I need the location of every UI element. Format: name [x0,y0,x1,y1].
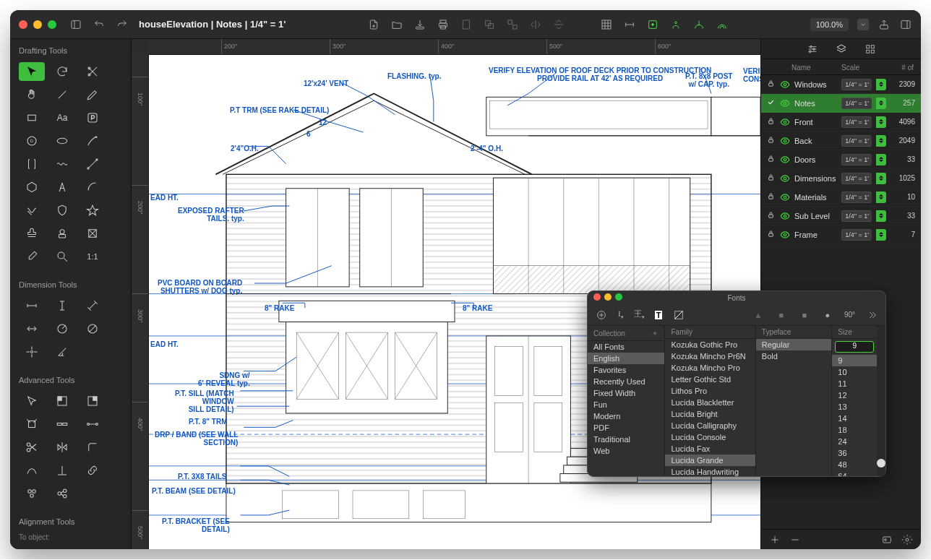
font-list-item[interactable]: Lucida Bright [665,408,755,420]
font-list-item[interactable]: Fixed Width [588,387,664,399]
fonts-close-button[interactable] [593,293,601,301]
layer-scale[interactable]: 1/4" = 1' [841,173,872,184]
snap-grid-icon[interactable] [669,18,682,31]
dim-angle-tool[interactable] [49,343,75,361]
scale-stepper[interactable] [876,191,886,203]
font-list-item[interactable]: PDF [588,422,664,434]
layer-scale[interactable]: 1/4" = 1' [841,79,872,90]
zoom-dropdown-icon[interactable] [857,19,869,30]
bracket-tool[interactable] [19,155,45,173]
grid-icon[interactable] [600,18,613,31]
font-list-item[interactable]: Favorites [588,364,664,376]
font-list-item[interactable]: Recently Used [588,376,664,387]
font-list-item[interactable]: 36 [832,447,877,459]
redo-icon[interactable] [116,18,129,31]
font-list-item[interactable]: Bold [756,350,831,362]
squiggle-tool[interactable] [19,201,45,220]
open-folder-icon[interactable] [390,18,403,31]
layer-row[interactable]: Materials1/4" = 1'10 [761,188,921,207]
minimize-window-button[interactable] [33,20,42,29]
layer-row[interactable]: Windows1/4" = 1'2309 [761,75,921,94]
tangent-tool[interactable] [19,461,45,480]
flip-v-icon[interactable] [552,18,565,31]
layer-row[interactable]: Notes1/4" = 1'257 [761,94,921,113]
align-center-tool[interactable] [49,546,75,549]
corner-tool[interactable] [80,438,106,457]
zoom-level[interactable]: 100.0% [810,18,849,31]
shadow-a-icon[interactable]: ▲ [752,309,765,322]
layer-preview-icon[interactable] [880,533,893,546]
align-left-tool[interactable] [19,546,45,549]
layer-scale[interactable]: 1/4" = 1' [841,191,872,203]
hand-tool[interactable] [19,85,45,104]
share-icon[interactable] [878,18,891,31]
pointer-tool[interactable] [19,392,45,410]
lock-icon[interactable] [767,79,776,89]
font-size-slider[interactable] [877,326,885,476]
select-tool[interactable] [19,62,45,81]
lock-icon[interactable] [767,136,776,145]
scale-stepper[interactable] [876,210,886,222]
scale-stepper[interactable] [876,79,886,90]
wave-tool[interactable] [49,155,75,173]
font-list-item[interactable]: Lucida Fax [665,443,755,455]
font-size-input[interactable]: 9 [835,341,874,353]
xbox-tool[interactable] [80,224,106,243]
scale-stepper[interactable] [876,116,886,128]
circle-d-tool[interactable]: D [19,132,45,150]
brush-tool[interactable] [80,132,106,150]
star-tool[interactable] [80,201,106,220]
layer-scale[interactable]: 1/4" = 1' [841,210,872,222]
font-list-item[interactable]: 12 [832,389,877,401]
perp-tool[interactable] [49,461,75,480]
dim-diameter-tool[interactable] [80,319,106,338]
dim-arrows-tool[interactable] [19,319,45,338]
visibility-icon[interactable] [780,230,790,240]
color-swatch-icon[interactable] [672,309,685,322]
font-list-item[interactable]: 64 [832,470,877,476]
dim-radius-tool[interactable] [49,319,75,338]
fonts-action-icon[interactable] [595,309,608,322]
visibility-icon[interactable] [780,79,790,90]
font-list-item[interactable]: Lucida Calligraphy [665,420,755,431]
font-list-item[interactable]: Kozuka Mincho Pr6N [665,350,755,362]
visibility-icon[interactable] [780,155,790,165]
flip-h-icon[interactable] [529,18,542,31]
layer-row[interactable]: Dimensions1/4" = 1'1025 [761,169,921,188]
font-list-item[interactable]: Lucida Grande [665,455,755,466]
font-list-item[interactable]: Kozuka Gothic Pro [665,339,755,350]
scale-stepper[interactable] [876,98,886,109]
font-list-item[interactable]: Modern [588,410,664,422]
layer-scale[interactable]: 1/4" = 1' [841,154,872,165]
approval-tool[interactable] [49,224,75,243]
undo-icon[interactable] [93,18,106,31]
font-list-item[interactable]: Kozuka Mincho Pro [665,362,755,374]
arc-tool[interactable] [80,178,106,197]
cluster-b-tool[interactable] [49,484,75,503]
font-list-item[interactable]: Lithos Pro [665,385,755,397]
parking-tool[interactable] [80,108,106,127]
shadow-c-icon[interactable]: ■ [798,309,811,322]
font-list-item[interactable]: 48 [832,459,877,470]
more-icon[interactable] [865,309,878,322]
join-tool[interactable] [80,415,106,434]
fonts-zoom-button[interactable] [615,293,622,301]
lock-icon[interactable] [767,192,776,202]
visibility-icon[interactable] [780,192,790,202]
layer-scale[interactable]: 1/4" = 1' [841,116,872,128]
font-list-item[interactable]: Regular [756,339,831,350]
group-icon[interactable] [483,18,496,31]
text-tool[interactable]: Aa [49,108,75,127]
font-list-item[interactable]: 24 [832,436,877,447]
layout-b-tool[interactable] [80,392,106,410]
page-icon[interactable] [460,18,473,31]
print-icon[interactable] [437,18,450,31]
dim-center-tool[interactable] [19,343,45,361]
layer-row[interactable]: Front1/4" = 1'4096 [761,113,921,132]
layer-row[interactable]: Sub Level1/4" = 1'33 [761,207,921,225]
snap-object-icon[interactable] [646,18,659,31]
font-list-item[interactable]: Traditional [588,434,664,445]
rect-tool[interactable] [19,108,45,127]
inspector-toggle-icon[interactable] [899,18,912,31]
line-tool[interactable] [49,85,75,104]
